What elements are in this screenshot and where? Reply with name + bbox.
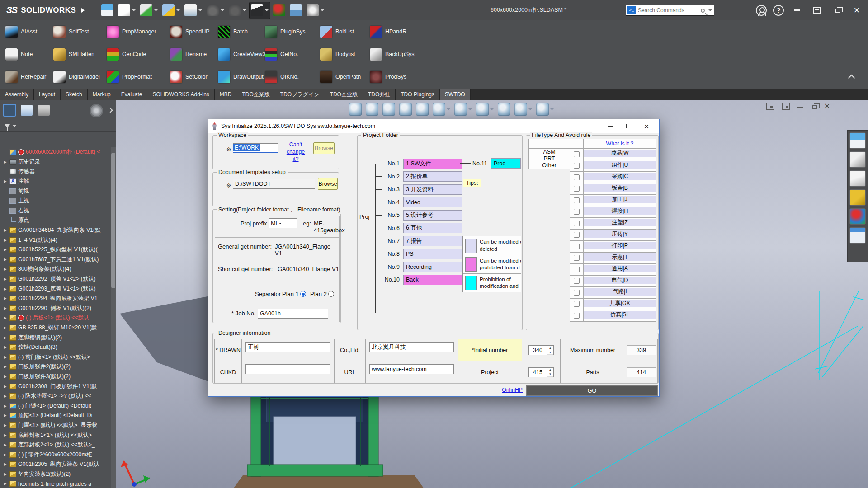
spin-up-icon[interactable]: ▲ — [547, 368, 553, 372]
featuremanager-tree-tab-icon[interactable] — [4, 105, 15, 116]
avoid-checkbox[interactable] — [574, 313, 580, 319]
proj-prefix-input[interactable]: ME- — [269, 218, 297, 228]
plan2-radio[interactable] — [328, 291, 334, 297]
tree-item[interactable]: ↓ (-) 前门板<1> (默认) <<默认>_ — [0, 352, 111, 362]
tree-item[interactable]: ↓ 门板加强件2(默认)(2) — [0, 362, 111, 372]
help-icon[interactable]: ? — [773, 5, 784, 16]
task-pane-icon[interactable] — [849, 208, 866, 225]
undock-pane-icon[interactable] — [766, 103, 774, 110]
tree-item[interactable]: ↓ 800横向条架(默认)(4) — [0, 264, 111, 274]
tree-item[interactable]: ↓ 历史记录 — [0, 157, 111, 167]
filetype-name-input[interactable]: 打印|P — [584, 242, 656, 249]
avoid-checkbox[interactable] — [574, 163, 580, 169]
folder-name-input[interactable]: 6.其他 — [403, 223, 462, 233]
addin-button[interactable]: RefRepair — [4, 66, 52, 88]
addin-button[interactable]: AIAsst — [4, 20, 52, 43]
tree-item[interactable]: ↓ G001h2305_纵向安装条 V1(默认 — [0, 460, 111, 469]
qat-button[interactable] — [205, 2, 226, 19]
search-dropdown-icon[interactable] — [708, 9, 712, 11]
avoid-checkbox[interactable] — [574, 267, 580, 272]
headsup-button[interactable] — [432, 102, 451, 117]
tree-item[interactable]: ↓ 注解 — [0, 177, 111, 187]
ribbon-tab[interactable]: Evaluate — [116, 89, 148, 100]
co-input[interactable]: 北京岚月科技 — [369, 342, 454, 352]
expand-arrow-icon[interactable] — [3, 326, 8, 330]
headsup-button[interactable] — [497, 102, 511, 117]
dropdown-arrow-icon[interactable] — [132, 9, 136, 11]
tree-item[interactable]: ↓ 门眉<1> (默认) <<默认>_显示状 — [0, 421, 111, 431]
dropdown-arrow-icon[interactable] — [468, 108, 472, 110]
avoid-checkbox[interactable] — [574, 232, 580, 238]
task-pane-icon[interactable] — [849, 170, 866, 187]
folder-name-input[interactable]: Recording — [403, 262, 462, 272]
headsup-button[interactable] — [475, 102, 495, 117]
tree-scrollbar-thumb[interactable] — [111, 153, 115, 288]
tree-item[interactable]: ↓ G001h2290_侧板 V1(默认)(2) — [0, 304, 111, 314]
drawn-input[interactable]: 正树 — [245, 342, 330, 352]
headsup-button[interactable] — [535, 102, 555, 117]
expand-arrow-icon[interactable] — [3, 404, 8, 408]
headsup-button[interactable] — [453, 102, 473, 117]
folder-name-input[interactable]: PS — [403, 249, 462, 259]
filetype-name-input[interactable]: 焊接|H — [584, 207, 656, 215]
tree-item[interactable]: ↓ 右视 — [0, 206, 111, 216]
dropdown-arrow-icon[interactable] — [550, 108, 554, 110]
filetype-name-input[interactable]: 电气|D — [584, 277, 656, 284]
filetype-name-input[interactable]: 仿真|SL — [584, 311, 656, 319]
search-scope-icon[interactable]: >_ — [627, 6, 636, 14]
dropdown-arrow-icon[interactable] — [490, 108, 494, 110]
addin-button[interactable]: QIKNo. — [263, 66, 318, 88]
qat-button[interactable] — [161, 2, 181, 19]
avoid-checkbox[interactable] — [574, 197, 580, 203]
dialog-maximize-button[interactable] — [619, 119, 637, 133]
qat-button[interactable] — [139, 2, 159, 19]
tree-item[interactable]: ↓ (-) 门锁<1> (Default) <Default — [0, 401, 111, 411]
avoid-checkbox[interactable] — [574, 278, 580, 284]
addin-button[interactable]: SpeedUP — [168, 20, 216, 43]
ribbon-tab[interactable]: Layout — [34, 89, 61, 100]
expand-arrow-icon[interactable] — [3, 453, 8, 457]
propertymanager-tab-icon[interactable] — [21, 105, 33, 116]
addin-button[interactable]: DigitalModel — [52, 66, 105, 88]
addin-button[interactable]: PropManager — [105, 20, 168, 43]
qat-button[interactable] — [100, 2, 115, 19]
brand-flyout-icon[interactable] — [81, 8, 85, 13]
addin-button[interactable]: Note — [4, 43, 52, 66]
tree-item[interactable]: ↓ G001h7687_下后三通1 V1(默认) — [0, 255, 111, 265]
folder-name-input[interactable]: Back — [403, 275, 462, 285]
templates-browse-button[interactable]: Browse — [318, 178, 338, 190]
job-no-input[interactable]: GA001h — [258, 309, 328, 319]
model-close-icon[interactable]: × — [824, 102, 830, 110]
project-spinner[interactable]: 415 ▲▼ — [528, 367, 554, 377]
configurationmanager-tab-icon[interactable] — [38, 105, 50, 116]
plan1-radio[interactable] — [300, 291, 306, 297]
model-restore-icon[interactable] — [812, 105, 817, 109]
filter-funnel-icon[interactable] — [5, 124, 10, 128]
expand-arrow-icon[interactable] — [3, 296, 8, 300]
ribbon-tab[interactable]: TDO外挂 — [363, 89, 396, 100]
addin-button[interactable]: SelfTest — [52, 20, 105, 43]
avoid-checkbox[interactable] — [574, 255, 580, 261]
avoid-checkbox[interactable] — [574, 186, 580, 192]
filetype-name-input[interactable]: 通用|A — [584, 265, 656, 272]
tree-item[interactable]: ↓ GA001h34684_九折纵向条 V1(默 — [0, 225, 111, 235]
ribbon-tab[interactable]: TDO企業版 — [237, 89, 275, 100]
templates-path-input[interactable]: D:\SWTDODT — [233, 179, 315, 189]
filetype-name-input[interactable]: 注塑|Z — [584, 219, 656, 226]
addin-button[interactable]: ProdSys — [368, 66, 420, 88]
tree-item[interactable]: ↓ 1_4 V1(默认)(4) — [0, 235, 111, 245]
task-pane-icon[interactable] — [849, 132, 866, 149]
dropdown-arrow-icon[interactable] — [154, 9, 158, 11]
tree-item[interactable]: ↓ G001h2294_纵向底板安装架 V1 — [0, 294, 111, 304]
folder-name-input[interactable]: 2.报价单 — [403, 171, 462, 182]
avoid-checkbox[interactable] — [574, 244, 580, 249]
qat-button[interactable] — [272, 2, 287, 19]
addin-button[interactable]: Bodylist — [318, 43, 368, 66]
folder-name-input[interactable]: 3.开发资料 — [403, 184, 462, 195]
headsup-button[interactable] — [514, 102, 533, 117]
model-minimize-icon[interactable] — [797, 107, 803, 108]
folder-name-input[interactable]: 1.SW文件 — [403, 159, 462, 169]
addin-button[interactable]: SMFlatten — [52, 43, 105, 66]
avoid-checkbox[interactable] — [574, 174, 580, 180]
expand-arrow-icon[interactable] — [3, 306, 8, 310]
